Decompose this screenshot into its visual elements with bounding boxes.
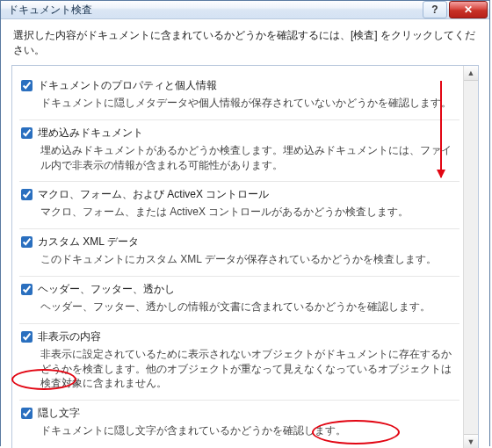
inspection-item-desc: このドキュメントにカスタム XML データが保存されているかどうかを検査します。 — [21, 249, 456, 267]
inspection-item-desc: ドキュメントに隠し文字が含まれているかどうかを確認します。 — [21, 421, 456, 438]
inspection-checkbox[interactable] — [21, 80, 33, 91]
inspection-checkbox[interactable] — [21, 284, 33, 295]
inspection-item: 非表示の内容非表示に設定されているために表示されないオブジェクトがドキュメントに… — [19, 324, 459, 401]
titlebar[interactable]: ドキュメント検査 ? ✕ — [1, 1, 489, 19]
inspection-item: ヘッダー、フッター、透かしヘッダー、フッター、透かしの情報が文書に含まれているか… — [19, 277, 459, 324]
inspection-checkbox[interactable] — [21, 236, 33, 248]
dialog-window: ドキュメント検査 ? ✕ 選択した内容がドキュメントに含まれているかどうかを確認… — [0, 0, 490, 446]
inspection-checkbox[interactable] — [21, 127, 33, 139]
inspection-item-head: マクロ、フォーム、および ActiveX コントロール — [21, 187, 456, 202]
inspection-item-title: マクロ、フォーム、および ActiveX コントロール — [38, 187, 269, 202]
inspection-item-title: 埋め込みドキュメント — [38, 126, 143, 141]
inspection-item-head: ドキュメントのプロパティと個人情報 — [21, 78, 456, 93]
inspection-checkbox[interactable] — [21, 408, 33, 419]
inspection-item-desc: マクロ、フォーム、または ActiveX コントロールがあるかどうか検査します。 — [21, 202, 456, 220]
inspection-item-head: 隠し文字 — [21, 406, 456, 421]
inspection-checkbox[interactable] — [21, 331, 33, 343]
inspection-item-title: ドキュメントのプロパティと個人情報 — [38, 78, 217, 93]
window-close-button[interactable]: ✕ — [449, 1, 488, 18]
inspection-item: 隠し文字ドキュメントに隠し文字が含まれているかどうかを確認します。 — [19, 401, 459, 442]
inspection-item-title: ヘッダー、フッター、透かし — [38, 282, 175, 297]
inspection-list-container: ドキュメントのプロパティと個人情報ドキュメントに隠しメタデータや個人情報が保存さ… — [11, 65, 479, 448]
scroll-track[interactable] — [464, 81, 478, 434]
scroll-down-arrow[interactable]: ▼ — [464, 434, 478, 448]
inspection-item-head: 非表示の内容 — [21, 329, 456, 344]
window-title: ドキュメント検査 — [8, 3, 421, 18]
inspection-item-title: 非表示の内容 — [38, 329, 101, 344]
inspection-checkbox[interactable] — [21, 189, 33, 200]
inspection-list: ドキュメントのプロパティと個人情報ドキュメントに隠しメタデータや個人情報が保存さ… — [12, 66, 463, 448]
help-icon: ? — [431, 4, 438, 16]
dialog-content: 選択した内容がドキュメントに含まれているかどうかを確認するには、[検査] をクリ… — [1, 19, 489, 448]
help-button[interactable]: ? — [423, 1, 447, 18]
inspection-item-desc: ヘッダー、フッター、透かしの情報が文書に含まれているかどうかを確認します。 — [21, 297, 456, 314]
inspection-item: カスタム XML データこのドキュメントにカスタム XML データが保存されてい… — [19, 229, 459, 277]
inspection-item: 埋め込みドキュメント埋め込みドキュメントがあるかどうか検査します。埋め込みドキュ… — [19, 120, 459, 183]
inspection-item-title: 隠し文字 — [38, 406, 80, 421]
inspection-item-title: カスタム XML データ — [38, 235, 139, 249]
close-icon: ✕ — [464, 4, 473, 16]
inspection-item-desc: 埋め込みドキュメントがあるかどうか検査します。埋め込みドキュメントには、ファイル… — [21, 141, 456, 173]
scrollbar[interactable]: ▲ ▼ — [463, 66, 478, 448]
inspection-item-desc: ドキュメントに隠しメタデータや個人情報が保存されていないかどうかを確認します。 — [21, 93, 456, 111]
inspection-item-desc: 非表示に設定されているために表示されないオブジェクトがドキュメントに存在するかど… — [21, 344, 456, 391]
inspection-item-head: ヘッダー、フッター、透かし — [21, 282, 456, 297]
inspection-item-head: カスタム XML データ — [21, 235, 456, 249]
inspection-item: ドキュメントのプロパティと個人情報ドキュメントに隠しメタデータや個人情報が保存さ… — [19, 73, 459, 120]
inspection-item-head: 埋め込みドキュメント — [21, 126, 456, 141]
inspection-item: マクロ、フォーム、および ActiveX コントロールマクロ、フォーム、または … — [19, 182, 459, 229]
instruction-text: 選択した内容がドキュメントに含まれているかどうかを確認するには、[検査] をクリ… — [11, 28, 479, 58]
scroll-up-arrow[interactable]: ▲ — [464, 66, 478, 81]
